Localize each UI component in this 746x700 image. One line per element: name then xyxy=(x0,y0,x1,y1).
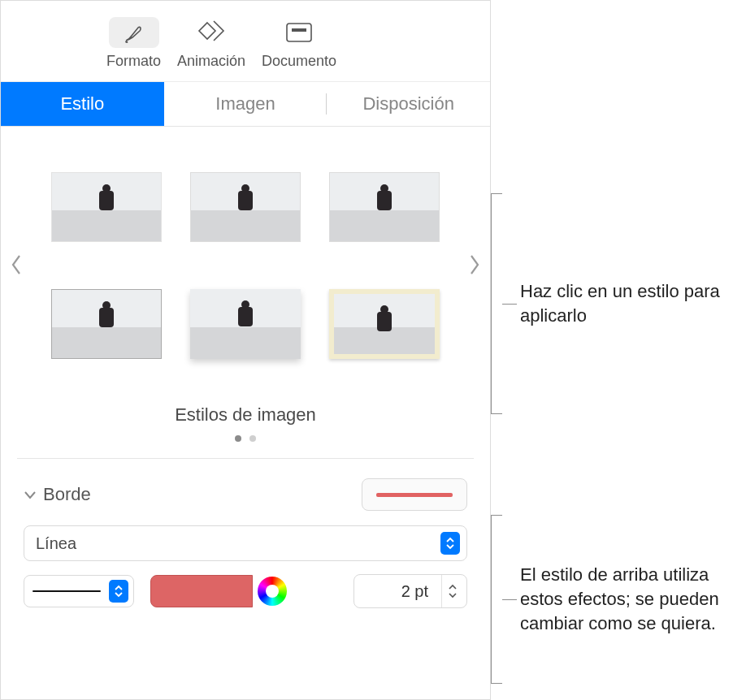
paintbrush-icon xyxy=(109,17,159,48)
gallery-prev-button[interactable] xyxy=(6,248,27,281)
border-type-select[interactable]: Línea xyxy=(24,525,467,561)
border-color-swatch[interactable] xyxy=(150,575,253,607)
select-stepper-icon xyxy=(440,532,460,555)
border-section-toggle[interactable]: Borde xyxy=(24,484,91,505)
callout-effects: El estilo de arriba utiliza estos efecto… xyxy=(491,515,731,684)
chevron-up-icon[interactable] xyxy=(447,583,458,591)
style-preset-4[interactable] xyxy=(51,289,162,359)
style-preset-1[interactable] xyxy=(51,172,162,242)
chevron-down-icon[interactable] xyxy=(447,591,458,599)
tab-format[interactable]: Formato xyxy=(106,17,161,70)
subtab-style-label: Estilo xyxy=(60,93,104,115)
style-preset-3[interactable] xyxy=(329,172,440,242)
tab-document-label: Documento xyxy=(262,53,336,70)
inspector-toolbar: Formato Animación Documento xyxy=(1,1,490,81)
gallery-caption: Estilos de imagen xyxy=(12,404,479,426)
tab-animation-label: Animación xyxy=(177,53,245,70)
image-styles-gallery: Estilos de imagen xyxy=(1,127,490,442)
line-sample xyxy=(33,590,101,592)
border-preview-line xyxy=(376,493,453,497)
tab-animation[interactable]: Animación xyxy=(177,17,245,70)
svg-rect-0 xyxy=(287,24,311,41)
help-annotations: Haz clic en un estilo para aplicarlo El … xyxy=(491,0,746,700)
callout-styles-text: Haz clic en un estilo para aplicarlo xyxy=(520,279,731,327)
tab-document[interactable]: Documento xyxy=(262,17,336,70)
style-preset-6[interactable] xyxy=(329,289,440,359)
chevron-left-icon xyxy=(10,254,23,275)
chevron-right-icon xyxy=(468,254,481,275)
style-preset-5[interactable] xyxy=(190,289,301,359)
slide-icon xyxy=(274,17,324,48)
color-picker-button[interactable] xyxy=(258,577,287,606)
select-stepper-icon xyxy=(109,580,128,603)
subtab-image[interactable]: Imagen xyxy=(164,82,327,126)
gallery-next-button[interactable] xyxy=(464,248,485,281)
pager-dot-2[interactable] xyxy=(249,435,256,442)
border-style-preview-button[interactable] xyxy=(362,478,467,511)
tab-format-label: Formato xyxy=(106,53,161,70)
subtab-layout-label: Disposición xyxy=(362,93,454,115)
line-style-select[interactable] xyxy=(24,575,134,607)
border-width-stepper[interactable]: 2 pt xyxy=(353,574,467,608)
diamond-icon xyxy=(186,17,236,48)
border-width-value: 2 pt xyxy=(354,582,441,601)
border-section: Borde Línea xyxy=(1,459,490,623)
format-inspector-panel: Formato Animación Documento Estilo Image… xyxy=(0,0,491,700)
format-subtabs: Estilo Imagen Disposición xyxy=(1,81,490,127)
style-preset-2[interactable] xyxy=(190,172,301,242)
border-type-value: Línea xyxy=(36,534,76,553)
subtab-style[interactable]: Estilo xyxy=(1,82,164,126)
svg-rect-1 xyxy=(292,28,306,32)
pager-dot-1[interactable] xyxy=(235,435,241,442)
subtab-layout[interactable]: Disposición xyxy=(327,82,490,126)
callout-effects-text: El estilo de arriba utiliza estos efecto… xyxy=(520,563,731,635)
callout-styles: Haz clic en un estilo para aplicarlo xyxy=(491,193,731,414)
chevron-down-icon xyxy=(24,489,37,500)
border-title: Borde xyxy=(43,484,91,505)
subtab-image-label: Imagen xyxy=(215,93,275,115)
gallery-pager xyxy=(12,435,479,442)
